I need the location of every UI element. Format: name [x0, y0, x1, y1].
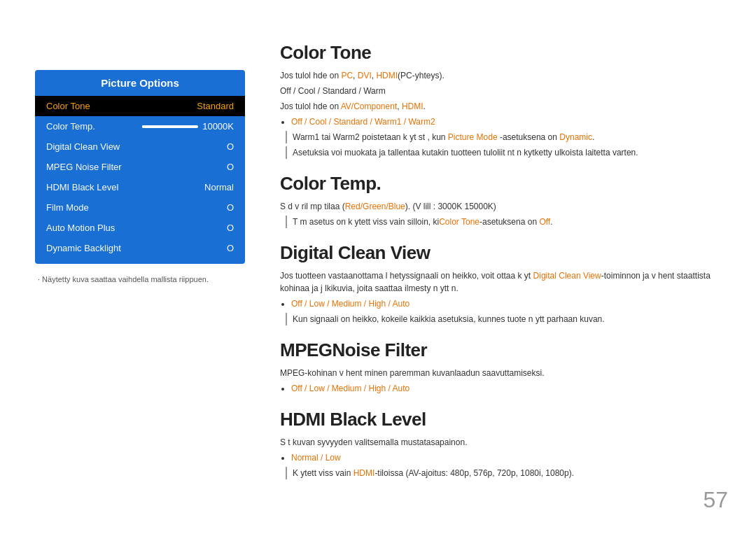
section-hdmi-black-level: HDMI Black Level S t kuvan syvyyden vali…	[280, 409, 735, 479]
mpeg-noise-filter-bullet-list: Off / Low / Medium / High / Auto	[291, 382, 735, 395]
digital-clean-view-bullet-list: Off / Low / Medium / High / Auto	[291, 297, 735, 310]
color-tone-section-title: Color Tone	[280, 42, 735, 64]
color-temp-value: 10000K	[202, 121, 234, 132]
hdmi-black-level-value: Normal	[204, 182, 234, 192]
color-tone-bullet-list: Off / Cool / Standard / Warm1 / Warm2	[291, 115, 735, 128]
film-mode-label: Film Mode	[46, 202, 89, 213]
color-tone-dash-1: Warm1 tai Warm2 poistetaan k yt st , kun…	[286, 131, 735, 143]
picture-options-title: Picture Options	[35, 70, 245, 96]
auto-motion-plus-label: Auto Motion Plus	[46, 223, 115, 233]
menu-item-film-mode[interactable]: Film Mode O	[35, 197, 245, 218]
hdmi-black-level-section-body: S t kuvan syvyyden valitsemalla mustatas…	[280, 436, 735, 479]
color-tone-p2: Off / Cool / Standard / Warm	[280, 85, 735, 97]
menu-item-color-tone[interactable]: Color Tone Standard	[35, 96, 245, 116]
color-tone-p3: Jos tulol hde on AV/Component, HDMI.	[280, 100, 735, 113]
color-temp-section-body: S d v ril mp tilaa (Red/Green/Blue). (V …	[280, 200, 735, 228]
slider-fill	[142, 125, 176, 128]
film-mode-value: O	[227, 202, 234, 213]
menu-item-auto-motion-plus[interactable]: Auto Motion Plus O	[35, 218, 245, 238]
page-number: 57	[703, 487, 728, 513]
digital-clean-view-bullet-1: Off / Low / Medium / High / Auto	[291, 297, 735, 310]
mpeg-noise-filter-section-title: MPEGNoise Filter	[280, 339, 735, 361]
menu-item-dynamic-backlight[interactable]: Dynamic Backlight O	[35, 238, 245, 258]
digital-clean-view-dash-1: Kun signaali on heikko, kokeile kaikkia …	[286, 313, 735, 325]
menu-item-color-temp[interactable]: Color Temp. 10000K	[35, 116, 245, 136]
color-temp-slider-container: 10000K	[142, 121, 234, 132]
color-temp-p1: S d v ril mp tilaa (Red/Green/Blue). (V …	[280, 200, 735, 213]
color-temp-dash-1: T m asetus on k ytett viss vain silloin,…	[286, 216, 735, 228]
dynamic-backlight-value: O	[227, 243, 234, 253]
section-color-temp: Color Temp. S d v ril mp tilaa (Red/Gree…	[280, 173, 735, 228]
menu-item-hdmi-black-level[interactable]: HDMI Black Level Normal	[35, 177, 245, 197]
hdmi-black-level-label: HDMI Black Level	[46, 182, 118, 192]
color-tone-dash-2: Asetuksia voi muokata ja tallentaa kutak…	[286, 146, 735, 159]
mpeg-noise-filter-section-body: MPEG-kohinan v hent minen paremman kuvan…	[280, 367, 735, 395]
auto-motion-plus-value: O	[227, 223, 234, 233]
hdmi-black-level-p1: S t kuvan syvyyden valitsemalla mustatas…	[280, 436, 735, 449]
picture-options-box: Picture Options Color Tone Standard Colo…	[35, 70, 245, 264]
section-mpeg-noise-filter: MPEGNoise Filter MPEG-kohinan v hent min…	[280, 339, 735, 395]
mpeg-noise-filter-bullet-1: Off / Low / Medium / High / Auto	[291, 382, 735, 395]
mpeg-noise-filter-label: MPEG Noise Filter	[46, 162, 122, 172]
menu-item-mpeg-noise-filter[interactable]: MPEG Noise Filter O	[35, 157, 245, 177]
left-panel: Picture Options Color Tone Standard Colo…	[35, 70, 245, 283]
color-temp-label: Color Temp.	[46, 121, 95, 132]
color-tone-value: Standard	[197, 101, 234, 111]
menu-item-digital-clean-view[interactable]: Digital Clean View O	[35, 136, 245, 157]
mpeg-noise-filter-p1: MPEG-kohinan v hent minen paremman kuvan…	[280, 367, 735, 379]
digital-clean-view-value: O	[227, 141, 234, 152]
right-content: Color Tone Jos tulol hde on PC, DVI, HDM…	[280, 42, 735, 506]
digital-clean-view-p1: Jos tuotteen vastaanottama l hetyssignaa…	[280, 269, 735, 295]
digital-clean-view-section-body: Jos tuotteen vastaanottama l hetyssignaa…	[280, 269, 735, 325]
section-color-tone: Color Tone Jos tulol hde on PC, DVI, HDM…	[280, 42, 735, 159]
hdmi-black-level-bullet-list: Normal / Low	[291, 451, 735, 464]
section-digital-clean-view: Digital Clean View Jos tuotteen vastaano…	[280, 242, 735, 325]
digital-clean-view-section-title: Digital Clean View	[280, 242, 735, 264]
left-panel-footnote: · Näytetty kuva saattaa vaihdella mallis…	[35, 275, 245, 283]
color-tone-section-body: Jos tulol hde on PC, DVI, HDMI(PC-yhteys…	[280, 69, 735, 159]
hdmi-black-level-dash-1: K ytett viss vain HDMI-tiloissa (AV-ajoi…	[286, 467, 735, 479]
color-temp-section-title: Color Temp.	[280, 173, 735, 195]
color-tone-p1: Jos tulol hde on PC, DVI, HDMI(PC-yhteys…	[280, 69, 735, 82]
color-tone-bullet-1: Off / Cool / Standard / Warm1 / Warm2	[291, 115, 735, 128]
hdmi-black-level-section-title: HDMI Black Level	[280, 409, 735, 430]
color-tone-label: Color Tone	[46, 101, 90, 111]
color-temp-slider[interactable]	[142, 125, 198, 128]
digital-clean-view-label: Digital Clean View	[46, 141, 120, 152]
mpeg-noise-filter-value: O	[227, 162, 234, 172]
hdmi-black-level-bullet-1: Normal / Low	[291, 451, 735, 464]
dynamic-backlight-label: Dynamic Backlight	[46, 243, 121, 253]
